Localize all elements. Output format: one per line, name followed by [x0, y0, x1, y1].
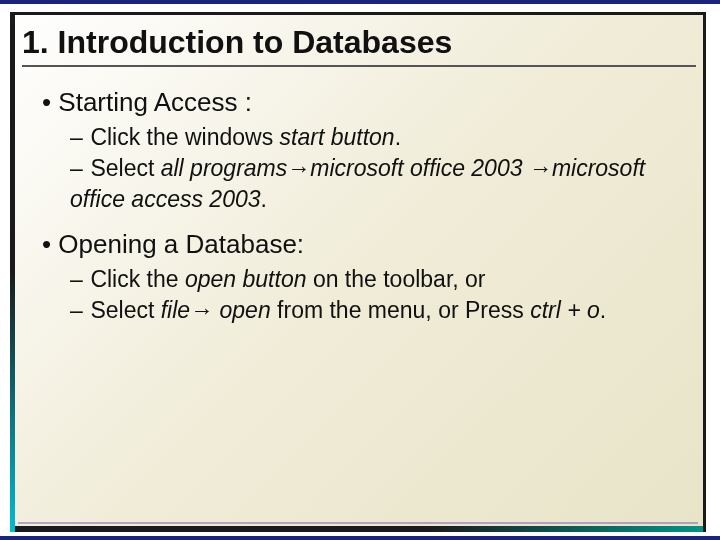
bullet-opening-database: Opening a Database: – Click the open but…	[42, 227, 696, 326]
border-right	[703, 12, 706, 532]
accent-line	[18, 522, 698, 524]
sub-item: – Select all programs→microsoft office 2…	[70, 153, 696, 215]
dash-icon: –	[70, 153, 84, 184]
italic-text: all programs	[161, 155, 288, 181]
italic-text: ctrl + o	[530, 297, 600, 323]
dash-icon: –	[70, 122, 84, 153]
text: .	[600, 297, 606, 323]
text: Select	[90, 297, 160, 323]
dash-icon: –	[70, 264, 84, 295]
slide: 1. Introduction to Databases Starting Ac…	[0, 0, 720, 540]
sub-item: – Click the open button on the toolbar, …	[70, 264, 696, 295]
slide-title: 1. Introduction to Databases	[22, 24, 696, 61]
text: Select	[90, 155, 160, 181]
text: Click the	[90, 266, 185, 292]
slide-frame: 1. Introduction to Databases Starting Ac…	[10, 12, 706, 532]
title-underline	[22, 65, 696, 67]
bullet-text: Starting Access :	[58, 87, 252, 117]
border-top	[10, 12, 706, 15]
italic-text: open button	[185, 266, 307, 292]
border-bottom	[10, 526, 706, 532]
text: Click the windows	[90, 124, 279, 150]
bullet-text: Opening a Database:	[58, 229, 304, 259]
text: from the menu, or Press	[271, 297, 530, 323]
italic-text: microsoft office 2003	[310, 155, 522, 181]
arrow-icon: →	[529, 155, 552, 181]
content: 1. Introduction to Databases Starting Ac…	[22, 24, 696, 518]
sub-item: – Select file→ open from the menu, or Pr…	[70, 295, 696, 326]
bullet-list: Starting Access : – Click the windows st…	[22, 85, 696, 326]
text: .	[395, 124, 401, 150]
italic-text: start button	[280, 124, 395, 150]
sublist: – Click the windows start button. – Sele…	[42, 122, 696, 215]
sub-item: – Click the windows start button.	[70, 122, 696, 153]
text: .	[261, 186, 267, 212]
arrow-icon: →	[190, 297, 213, 323]
bullet-starting-access: Starting Access : – Click the windows st…	[42, 85, 696, 215]
italic-text: file	[161, 297, 190, 323]
text: on the toolbar, or	[307, 266, 486, 292]
dash-icon: –	[70, 295, 84, 326]
sublist: – Click the open button on the toolbar, …	[42, 264, 696, 326]
italic-text: open	[220, 297, 271, 323]
border-left	[10, 12, 15, 532]
arrow-icon: →	[287, 155, 310, 181]
